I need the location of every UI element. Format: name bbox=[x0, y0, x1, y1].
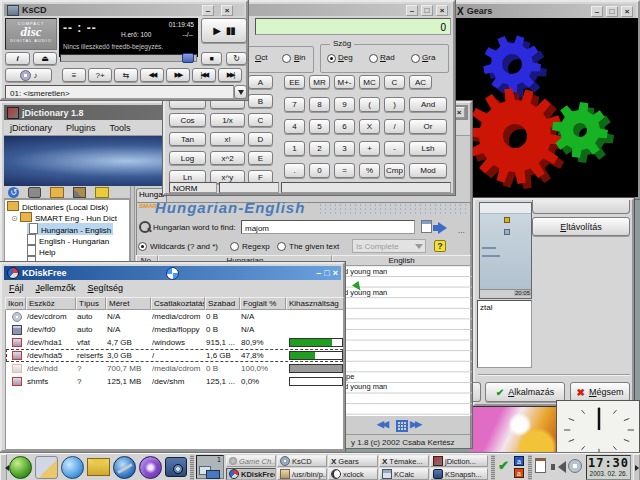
plugin-icon[interactable] bbox=[28, 187, 41, 198]
hex-c-button[interactable]: C bbox=[248, 113, 273, 127]
theme-list-item[interactable]: ztal bbox=[480, 303, 492, 312]
apply-button[interactable]: ✔ Alkalmazás bbox=[485, 382, 565, 402]
back-icon[interactable]: ↺ bbox=[8, 187, 19, 198]
hex-e-button[interactable]: E bbox=[248, 151, 273, 165]
key-minus[interactable]: - bbox=[384, 141, 405, 156]
col-csatlakoztatas[interactable]: Csatlakoztatás bbox=[151, 297, 205, 310]
mplusminus-button[interactable]: M+- bbox=[334, 75, 355, 89]
menu-help[interactable]: Segítség bbox=[88, 283, 124, 293]
rewind-button[interactable]: ◀◀ bbox=[140, 68, 164, 82]
table-row-selected[interactable]: /dev/hda5 reiserfs 3,0 GB / 1,6 GB 47,8% bbox=[6, 349, 343, 362]
menu-properties[interactable]: Jellemzők bbox=[36, 283, 76, 293]
rad-label[interactable]: Rad bbox=[380, 53, 395, 62]
menu-plugins[interactable]: Plugins bbox=[66, 123, 96, 133]
key-plus[interactable]: + bbox=[359, 141, 380, 156]
random-button[interactable]: ?+ bbox=[88, 68, 112, 82]
key-percent[interactable]: % bbox=[359, 163, 380, 178]
tray-checkmark-icon[interactable]: ✔ bbox=[498, 458, 509, 473]
table-row[interactable]: shmfs ? 125,1 MB /dev/shm 125,1 ... 0,0% bbox=[6, 375, 343, 388]
task-kdiskfree[interactable]: KDiskFree bbox=[226, 468, 276, 480]
key-7[interactable]: 7 bbox=[284, 97, 305, 112]
key-or[interactable]: Or bbox=[409, 119, 447, 134]
konqueror-fish-icon[interactable] bbox=[61, 456, 84, 479]
square-button[interactable]: x^2 bbox=[210, 151, 245, 165]
key-0[interactable]: 0 bbox=[309, 163, 330, 178]
maximize-icon[interactable]: □ bbox=[421, 5, 433, 16]
maximize-icon[interactable]: □ bbox=[606, 6, 618, 17]
prev-track-button[interactable]: |◀◀ bbox=[192, 68, 216, 82]
c-button[interactable]: C bbox=[384, 75, 405, 89]
track-combo-arrow[interactable] bbox=[234, 85, 247, 99]
theme-listbox[interactable]: ztal bbox=[477, 300, 532, 368]
expander-icon[interactable]: ⊙ bbox=[11, 214, 18, 223]
menu-file[interactable]: Fájl bbox=[9, 283, 24, 293]
image-viewer-window[interactable] bbox=[470, 406, 556, 458]
hex-b-button[interactable]: B bbox=[248, 94, 273, 108]
key-2[interactable]: 2 bbox=[309, 141, 330, 156]
table-row[interactable]: /dev/hda1 vfat 4,7 GB /windows 915,1 ...… bbox=[6, 336, 343, 349]
deg-label[interactable]: Deg bbox=[338, 53, 353, 62]
given-text-label[interactable]: The given text bbox=[289, 242, 339, 251]
kdiskfree-titlebar[interactable]: KDiskFree – □ × bbox=[4, 266, 341, 280]
applet-handle[interactable] bbox=[528, 455, 532, 480]
key-lparen[interactable]: ( bbox=[359, 97, 380, 112]
menu-tools[interactable]: Tools bbox=[110, 123, 131, 133]
oct-label[interactable]: Oct bbox=[255, 53, 267, 62]
paste-icon[interactable] bbox=[421, 220, 432, 233]
grid-view-icon[interactable] bbox=[396, 420, 408, 432]
col-meret[interactable]: Méret bbox=[106, 297, 151, 310]
mc-button[interactable]: MC bbox=[359, 75, 380, 89]
col-eszkoz[interactable]: Eszköz bbox=[26, 297, 76, 310]
panel-hide-left[interactable] bbox=[0, 454, 7, 480]
track-combobox[interactable]: 01: <ismeretlen> bbox=[5, 85, 234, 99]
hex-d-button[interactable]: D bbox=[248, 132, 273, 146]
close-icon[interactable]: × bbox=[436, 5, 448, 16]
go-arrow-icon[interactable] bbox=[438, 222, 453, 234]
key-1[interactable]: 1 bbox=[284, 141, 305, 156]
col-foglalt[interactable]: Foglalt % bbox=[240, 297, 286, 310]
kscd-titlebar[interactable]: KsCD – × bbox=[4, 4, 244, 16]
desktop-pager[interactable]: 1 bbox=[196, 455, 224, 479]
forward-button[interactable]: ▶▶ bbox=[166, 68, 190, 82]
maximize-icon[interactable]: □ bbox=[324, 268, 329, 278]
bin-label[interactable]: Bin bbox=[294, 53, 306, 62]
ac-button[interactable]: AC bbox=[409, 75, 432, 89]
ee-button[interactable]: EE bbox=[284, 75, 305, 89]
col-tipus[interactable]: Típus bbox=[76, 297, 106, 310]
key-rparen[interactable]: ) bbox=[384, 97, 405, 112]
cancel-button[interactable]: ✖ Mégsem bbox=[570, 382, 630, 402]
tree-item-smart-dict[interactable]: ⊙ SMART Eng - Hun Dict bbox=[11, 212, 117, 223]
stop-button[interactable]: ■ bbox=[201, 52, 222, 65]
menu-jdictionary[interactable]: jDictionary bbox=[10, 123, 52, 133]
next-track-button[interactable]: ▶▶| bbox=[218, 68, 242, 82]
mail-icon[interactable] bbox=[95, 187, 109, 198]
close-icon[interactable]: × bbox=[333, 268, 338, 278]
bin-radio[interactable] bbox=[282, 54, 291, 63]
log-button[interactable]: Log bbox=[169, 151, 206, 165]
col-english[interactable]: English bbox=[332, 255, 471, 266]
wildcards-label[interactable]: Wildcards (? and *) bbox=[150, 242, 218, 251]
gears-titlebar[interactable]: X Gears – □ × bbox=[454, 4, 636, 18]
show-desktop-button[interactable] bbox=[35, 456, 58, 479]
search-input[interactable]: majom bbox=[241, 220, 415, 234]
position-slider[interactable] bbox=[60, 54, 197, 62]
key-9[interactable]: 9 bbox=[334, 97, 355, 112]
key-8[interactable]: 8 bbox=[309, 97, 330, 112]
cos-button[interactable]: Cos bbox=[169, 113, 206, 127]
minimize-icon[interactable]: – bbox=[316, 268, 321, 278]
task-game[interactable]: Game Ch... bbox=[226, 455, 276, 467]
table-row[interactable]: /dev/cdrom auto N/A /media/cdrom 0 B N/A bbox=[6, 310, 343, 323]
help-icon[interactable]: ? bbox=[434, 240, 446, 252]
col-ikon[interactable]: Ikon bbox=[5, 297, 26, 310]
tree-item-dictionaries[interactable]: Dictionaries (Local Disk) bbox=[7, 201, 108, 212]
task-usr-bin[interactable]: /usr/bin/p... bbox=[277, 468, 327, 480]
key-equals[interactable]: = bbox=[334, 163, 355, 178]
slider-handle[interactable] bbox=[182, 53, 194, 63]
theme-preview[interactable]: 20:05 bbox=[479, 202, 532, 299]
partial-button-top[interactable] bbox=[532, 200, 630, 214]
col-szabad[interactable]: Szabad bbox=[205, 297, 240, 310]
task-kcalc[interactable]: KCalc bbox=[379, 468, 429, 480]
tools-hammer-icon[interactable] bbox=[73, 187, 86, 198]
key-3[interactable]: 3 bbox=[334, 141, 355, 156]
given-text-radio[interactable] bbox=[277, 242, 286, 251]
